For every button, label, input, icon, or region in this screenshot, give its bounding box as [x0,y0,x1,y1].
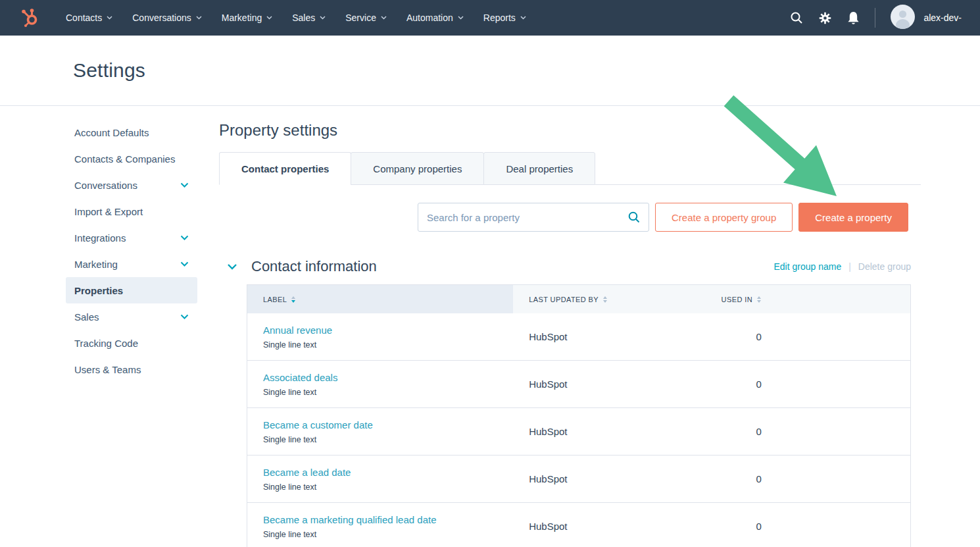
used-in-value: 0 [706,378,910,390]
properties-table: LABEL LAST UPDATED BY USED IN Annual rev… [247,284,911,547]
create-property-group-button[interactable]: Create a property group [655,203,793,232]
sort-icon[interactable] [603,296,607,303]
sidebar-item-label: Import & Export [74,206,143,217]
nav-item-reports[interactable]: Reports [483,13,526,23]
nav-label: Conversations [132,13,191,23]
sidebar-item-conversations[interactable]: Conversations [66,172,197,198]
property-type: Single line text [263,388,513,397]
tab-contact-properties[interactable]: Contact properties [219,152,351,185]
chevron-down-icon [180,314,189,319]
sidebar-item-integrations[interactable]: Integrations [66,224,197,251]
chevron-down-icon [520,16,526,20]
nav-item-automation[interactable]: Automation [406,13,464,23]
chevron-down-icon [180,182,189,188]
table-row: Became a marketing qualified lead date S… [247,503,911,547]
sidebar-item-label: Marketing [74,259,118,270]
username: alex-dev- [923,13,962,23]
main-nav: Contacts Conversations Marketing Sales S… [66,13,526,23]
chevron-down-icon [381,16,387,20]
sidebar-item-tracking-code[interactable]: Tracking Code [66,330,197,356]
chevron-down-icon [458,16,464,20]
search-icon[interactable] [790,11,803,24]
sidebar-item-marketing[interactable]: Marketing [66,251,197,277]
used-in-value: 0 [706,426,910,437]
sidebar-item-sales[interactable]: Sales [66,303,197,330]
property-link[interactable]: Became a marketing qualified lead date [263,514,513,525]
property-link[interactable]: Became a lead date [263,467,513,478]
top-navbar: Contacts Conversations Marketing Sales S… [0,0,980,36]
property-link[interactable]: Annual revenue [263,325,513,336]
tab-label: Deal properties [506,163,573,174]
property-type: Single line text [263,435,513,444]
nav-label: Automation [406,13,453,23]
sidebar-item-properties[interactable]: Properties [66,277,197,303]
sidebar-item-users-teams[interactable]: Users & Teams [66,356,197,382]
search-box [418,203,649,232]
property-type: Single line text [263,482,513,492]
bell-icon[interactable] [847,11,860,25]
user-menu[interactable]: alex-dev- [891,5,962,32]
create-property-button[interactable]: Create a property [798,203,908,232]
page-title: Settings [73,59,145,82]
sort-icon[interactable] [757,296,761,303]
search-icon [628,211,640,223]
group-title: Contact information [251,258,377,275]
property-search-input[interactable] [418,203,649,232]
chevron-down-icon [196,16,202,20]
sidebar-item-account-defaults[interactable]: Account Defaults [66,119,197,145]
sidebar-item-label: Contacts & Companies [74,153,175,165]
last-updated-by-value: HubSpot [513,378,705,390]
sidebar-item-label: Properties [74,285,123,296]
nav-item-sales[interactable]: Sales [292,13,326,23]
property-link[interactable]: Became a customer date [263,419,513,430]
property-tabs: Contact properties Company properties De… [219,152,921,185]
chevron-down-icon [320,16,326,20]
nav-label: Marketing [222,13,262,23]
nav-item-service[interactable]: Service [345,13,387,23]
tab-baseline [595,152,921,185]
column-header-last-updated-by[interactable]: LAST UPDATED BY [513,285,705,313]
tab-company-properties[interactable]: Company properties [351,152,484,185]
nav-item-conversations[interactable]: Conversations [132,13,202,23]
nav-label: Contacts [66,13,102,23]
column-header-text: USED IN [722,296,752,303]
sidebar-item-import-export[interactable]: Import & Export [66,198,197,224]
sort-icon[interactable] [291,296,295,303]
collapse-chevron-icon[interactable] [227,263,237,270]
sidebar-item-label: Users & Teams [74,364,141,375]
property-link[interactable]: Associated deals [263,372,513,383]
sidebar-item-contacts-companies[interactable]: Contacts & Companies [66,145,197,172]
last-updated-by-value: HubSpot [513,521,705,532]
sidebar-item-label: Tracking Code [74,338,138,349]
sidebar-item-label: Conversations [74,180,137,191]
used-in-value: 0 [706,331,910,342]
tab-label: Company properties [373,163,462,174]
nav-label: Sales [292,13,315,23]
chevron-down-icon [180,261,189,267]
used-in-value: 0 [706,521,910,532]
table-row: Became a lead date Single line text HubS… [247,456,911,503]
sidebar-item-label: Sales [74,311,99,323]
nav-item-contacts[interactable]: Contacts [66,13,112,23]
sidebar-item-label: Integrations [74,232,126,244]
chevron-down-icon [180,235,189,240]
edit-group-name-link[interactable]: Edit group name [773,261,841,272]
nav-label: Reports [483,13,516,23]
chevron-down-icon [266,16,272,20]
column-header-label[interactable]: LABEL [247,285,513,313]
main-panel: Property settings Contact properties Com… [219,119,921,547]
column-header-text: LAST UPDATED BY [529,296,599,303]
avatar [891,5,915,32]
last-updated-by-value: HubSpot [513,473,705,484]
hubspot-logo-icon[interactable] [20,7,39,28]
nav-item-marketing[interactable]: Marketing [222,13,272,23]
table-header-row: LABEL LAST UPDATED BY USED IN [247,284,911,313]
column-header-used-in[interactable]: USED IN [706,285,910,313]
section-title: Property settings [219,121,921,140]
tab-deal-properties[interactable]: Deal properties [483,152,595,185]
page-header: Settings [0,36,980,106]
group-links: Edit group name | Delete group [773,261,921,272]
used-in-value: 0 [706,473,910,484]
gear-icon[interactable] [818,11,832,25]
property-type: Single line text [263,340,513,350]
